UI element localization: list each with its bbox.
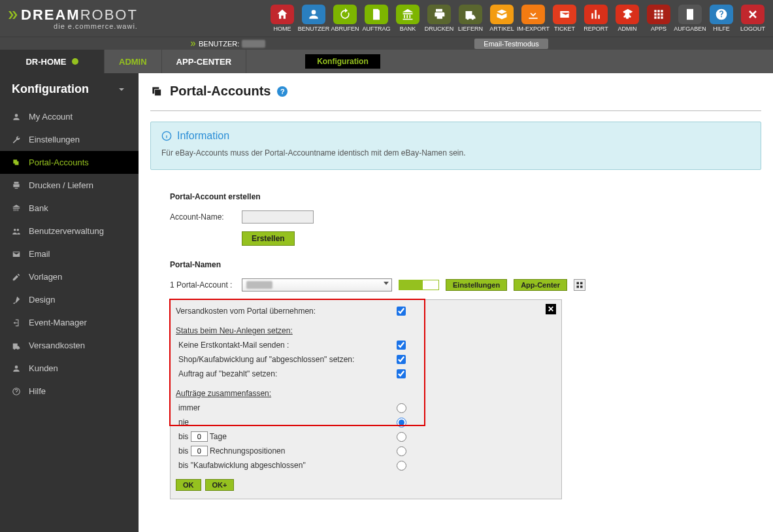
- checkbox-shipping[interactable]: [397, 307, 406, 316]
- nav-config-tab[interactable]: Konfiguration: [305, 54, 380, 69]
- sidebar-item-kunden[interactable]: Kunden: [0, 357, 139, 380]
- portal-appcenter-button[interactable]: App-Center: [514, 279, 567, 291]
- nav-app-center[interactable]: APP-CENTER: [162, 50, 247, 73]
- txt-tage: Tage: [210, 432, 227, 441]
- account-name-row: Account-Name:: [170, 210, 761, 224]
- person-icon: [12, 364, 21, 373]
- sidebar-item-versandkosten[interactable]: Versandkosten: [0, 334, 139, 357]
- topicon-report[interactable]: REPORT: [582, 5, 610, 32]
- heading-status: Status beim Neu-Anlegen setzen:: [176, 326, 391, 335]
- sidebar-header[interactable]: Konfiguration: [0, 73, 139, 105]
- create-button[interactable]: Erstellen: [242, 231, 295, 246]
- topicon-label: ADMIN: [618, 25, 637, 32]
- sidebar-item-einstellungen[interactable]: Einstellungen: [0, 128, 139, 151]
- radio-always[interactable]: [397, 403, 406, 413]
- checkbox-shop-complete[interactable]: [397, 355, 406, 364]
- label-order-paid: Auftrag auf "bezahlt" setzen:: [176, 369, 391, 378]
- tasks-icon: [678, 5, 702, 24]
- sidebar-item-design[interactable]: Design: [0, 288, 139, 311]
- subbar-chevron-icon: [189, 41, 196, 47]
- topicon-refresh[interactable]: ABRUFEN: [331, 5, 359, 32]
- radio-never[interactable]: [397, 418, 406, 427]
- row-shop-complete: Shop/Kaufabwicklung auf "abgeschlossen" …: [176, 352, 556, 367]
- sidebar-item-my-account[interactable]: My Account: [0, 105, 139, 128]
- topicon-user[interactable]: BENUTZER: [300, 5, 327, 32]
- help-icon: [12, 387, 21, 396]
- info-box: Information Für eBay-Accounts muss der P…: [150, 122, 761, 170]
- content: Portal-Accounts ? Information Für eBay-A…: [139, 73, 773, 532]
- account-name-input[interactable]: [242, 210, 314, 224]
- sidebar-item-hilfe[interactable]: Hilfe: [0, 380, 139, 403]
- nav-dr-home[interactable]: DR-HOME: [0, 50, 105, 73]
- title-separator: [150, 110, 761, 111]
- user-icon: [302, 5, 325, 24]
- topicon-article[interactable]: ARTIKEL: [488, 5, 516, 32]
- nav-admin[interactable]: ADMIN: [105, 50, 162, 73]
- row-until-positions: bis Rechnungspositionen: [176, 444, 556, 458]
- topbar: DREAMROBOT die e.commerce.wawi. HOMEBENU…: [0, 0, 773, 37]
- portal-settings-button[interactable]: Einstellungen: [446, 279, 507, 291]
- radio-until-days[interactable]: [397, 432, 406, 442]
- topicon-apps[interactable]: APPS: [645, 5, 672, 32]
- nav-dot-icon: [72, 58, 78, 65]
- label-always: immer: [176, 403, 391, 412]
- portal-names-heading: Portal-Namen: [170, 260, 761, 269]
- portal-extra-button[interactable]: [574, 279, 585, 291]
- user-name-redacted: [242, 40, 265, 48]
- ok-plus-button[interactable]: OK+: [205, 479, 235, 491]
- sidebar-header-label: Konfiguration: [12, 82, 89, 96]
- progress-fill: [399, 280, 423, 290]
- user-label: BENUTZER:: [199, 40, 239, 48]
- portal-select[interactable]: [242, 278, 392, 291]
- topicon-ticket[interactable]: TICKET: [551, 5, 578, 32]
- radio-until-complete[interactable]: [397, 461, 406, 471]
- portal-names-section: Portal-Namen 1 Portal-Account : Einstell…: [170, 260, 761, 499]
- main-area: Konfiguration My AccountEinstellungenPor…: [0, 73, 773, 532]
- chevron-down-icon: [116, 84, 127, 95]
- ok-button[interactable]: OK: [176, 479, 201, 491]
- sidebar-item-label: Kunden: [29, 363, 58, 373]
- close-panel-button[interactable]: ✕: [546, 304, 556, 314]
- topicon-help[interactable]: HILFE: [708, 5, 735, 32]
- topicon-logout[interactable]: LOGOUT: [739, 5, 766, 32]
- txt-pos: Rechnungspositionen: [210, 446, 285, 456]
- report-icon: [584, 5, 608, 24]
- topicon-admin[interactable]: ADMIN: [614, 5, 641, 32]
- label-until-complete: bis "Kaufabwicklung abgeschlossen": [176, 461, 391, 470]
- exit-icon: [12, 318, 21, 327]
- sidebar-item-benutzerverwaltung[interactable]: Benutzerverwaltung: [0, 220, 139, 242]
- label-shop-complete: Shop/Kaufabwicklung auf "abgeschlossen" …: [176, 355, 391, 364]
- topicon-order[interactable]: AUFTRAG: [363, 5, 390, 32]
- radio-until-positions[interactable]: [397, 446, 406, 456]
- topicon-import[interactable]: IM-EXPORT: [519, 5, 547, 32]
- topicon-home[interactable]: HOME: [269, 5, 296, 32]
- input-days[interactable]: [191, 431, 208, 442]
- sidebar-item-label: Bank: [29, 203, 48, 213]
- sidebar-item-portal-accounts[interactable]: Portal-Accounts: [0, 151, 139, 174]
- sidebar-item-event-manager[interactable]: Event-Manager: [0, 311, 139, 334]
- topicon-print[interactable]: DRUCKEN: [425, 5, 453, 32]
- topicon-ship[interactable]: LIEFERN: [457, 5, 484, 32]
- article-icon: [490, 5, 514, 24]
- input-positions[interactable]: [191, 446, 208, 456]
- wrench-icon: [12, 135, 21, 144]
- topicon-tasks[interactable]: AUFGABEN: [676, 5, 704, 32]
- row-status-heading: Status beim Neu-Anlegen setzen:: [176, 324, 556, 338]
- sidebar-item-email[interactable]: Email: [0, 242, 139, 265]
- topicon-bank[interactable]: BANK: [394, 5, 421, 32]
- print-icon: [12, 181, 21, 190]
- topicon-label: DRUCKEN: [425, 25, 454, 32]
- sidebar-item-drucken-liefern[interactable]: Drucken / Liefern: [0, 174, 139, 197]
- apps-icon: [647, 5, 670, 24]
- help-icon[interactable]: ?: [277, 86, 288, 97]
- checkbox-no-firstcontact[interactable]: [397, 341, 406, 350]
- sidebar-item-vorlagen[interactable]: Vorlagen: [0, 265, 139, 288]
- info-heading-text: Information: [177, 130, 229, 142]
- row-shipping-from-portal: Versandkosten vom Portal übernehmen:: [176, 304, 556, 318]
- svg-rect-9: [580, 286, 583, 288]
- sidebar-item-bank[interactable]: Bank: [0, 197, 139, 220]
- create-account-heading: Portal-Account erstellen: [170, 192, 761, 201]
- txt-bis2: bis: [178, 446, 188, 456]
- checkbox-order-paid[interactable]: [397, 369, 406, 378]
- label-shipping: Versandkosten vom Portal übernehmen:: [176, 307, 391, 316]
